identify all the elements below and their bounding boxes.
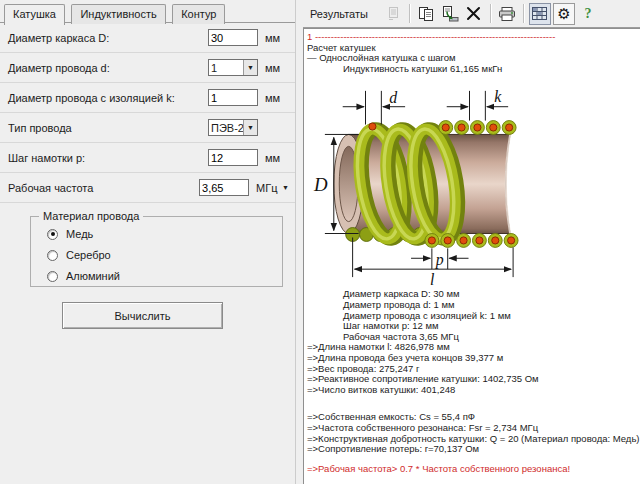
frequency-input[interactable] — [199, 179, 249, 196]
field-row-insulated-diameter: Диаметр провода с изоляцией k: мм — [0, 83, 295, 113]
toolbar-separator — [490, 4, 491, 23]
field-row-frame-diameter: Диаметр каркаса D: мм — [0, 23, 295, 53]
warning-line: =>Рабочая частота> 0.7 * Частота собстве… — [307, 464, 638, 475]
result-line: =>Сопротивление потерь: r=70,137 Ом — [307, 444, 638, 455]
tab-inductance[interactable]: Индуктивность — [71, 4, 165, 24]
parameters-echo-block: Диаметр каркаса D: 30 мм Диаметр провода… — [307, 289, 638, 342]
toolbar-separator — [409, 4, 410, 23]
tab-contour[interactable]: Контур — [172, 4, 225, 24]
winding-pitch-unit: мм — [265, 152, 289, 164]
radio-button-aluminium[interactable] — [47, 271, 58, 282]
help-icon: ? — [584, 6, 591, 22]
settings-gear-icon: ⚙ — [557, 6, 570, 21]
clear-button[interactable] — [463, 3, 485, 25]
radio-button-silver[interactable] — [47, 250, 58, 261]
radio-row-copper[interactable]: Медь — [47, 227, 282, 241]
copy-icon — [418, 6, 434, 22]
results-block-1: =>Длина намотки l: 4826,978 мм =>Длина п… — [307, 342, 638, 395]
insulated-diameter-label: Диаметр провода с изоляцией k: — [8, 92, 208, 104]
paste-button[interactable] — [439, 3, 461, 25]
help-button[interactable]: ? — [577, 3, 599, 25]
winding-pitch-input[interactable] — [208, 149, 258, 166]
result-line: Индуктивность катушки 61,165 мкГн — [343, 64, 638, 75]
radio-label-copper: Медь — [66, 228, 93, 240]
dimension-label-D: D — [313, 174, 328, 195]
calculate-button[interactable]: Вычислить — [62, 302, 223, 329]
winding-pitch-label: Шаг намотки p: — [8, 152, 208, 164]
frame-diameter-label: Диаметр каркаса D: — [8, 32, 208, 44]
print-button[interactable] — [496, 3, 518, 25]
settings-button[interactable]: ⚙ — [553, 3, 575, 25]
frame-diameter-unit: мм — [265, 32, 289, 44]
dimension-label-p: p — [435, 252, 444, 270]
frequency-unit-dropdown-icon[interactable]: ▼ — [282, 184, 289, 191]
results-toolbar: Результаты — [303, 0, 640, 28]
insulated-diameter-unit: мм — [265, 92, 289, 104]
input-panel: Катушка Индуктивность Контур Диаметр кар… — [0, 0, 296, 484]
chevron-down-icon[interactable]: ▼ — [243, 60, 257, 75]
result-line: =>Частота собственного резонанса: Fsr = … — [307, 423, 638, 434]
frequency-unit: МГц — [256, 182, 280, 194]
insulated-diameter-input[interactable] — [208, 89, 258, 106]
results-menu-button[interactable]: Результаты — [310, 8, 368, 20]
material-groupbox: Материал провода Медь Серебро Алюминий — [30, 216, 283, 287]
result-rule-line: 1 --------------------------------------… — [307, 32, 638, 43]
dimension-label-k: k — [494, 88, 502, 105]
toolbar-separator — [523, 4, 524, 23]
copy-button[interactable] — [415, 3, 437, 25]
wire-type-value: ПЭВ-2 — [209, 120, 243, 135]
field-row-wire-diameter: Диаметр провода d: 1 ▼ мм — [0, 53, 295, 83]
wire-type-combo[interactable]: ПЭВ-2 ▼ — [208, 119, 258, 136]
material-group-title: Материал провода — [39, 210, 143, 222]
wire-diameter-value: 1 — [209, 60, 243, 75]
dimension-label-d: d — [389, 89, 397, 106]
field-row-wire-type: Тип провода ПЭВ-2 ▼ — [0, 113, 295, 143]
wire-diameter-label: Диаметр провода d: — [8, 62, 208, 74]
frequency-label: Рабочая частота — [8, 182, 199, 194]
dimension-label-l: l — [430, 271, 435, 287]
results-output[interactable]: 1 --------------------------------------… — [303, 28, 640, 484]
radio-row-silver[interactable]: Серебро — [47, 248, 282, 262]
save-button — [382, 3, 404, 25]
save-icon — [385, 6, 401, 22]
clear-icon — [466, 6, 481, 21]
param-line: Диаметр провода d: 1 мм — [343, 300, 638, 311]
tab-bar: Катушка Индуктивность Контур — [0, 0, 295, 23]
print-icon — [498, 6, 516, 22]
grid-view-toggle[interactable] — [529, 3, 551, 25]
wire-diameter-unit: мм — [265, 62, 289, 74]
wire-diameter-combo[interactable]: 1 ▼ — [208, 59, 258, 76]
radio-label-silver: Серебро — [66, 249, 111, 261]
results-panel: Результаты — [303, 0, 640, 484]
radio-label-aluminium: Алюминий — [66, 270, 120, 282]
coil-diagram: d k D p — [309, 77, 527, 287]
radio-row-aluminium[interactable]: Алюминий — [47, 269, 282, 283]
radio-button-copper[interactable] — [47, 229, 58, 240]
frame-diameter-input[interactable] — [208, 29, 258, 46]
grid-icon — [532, 7, 547, 20]
results-block-2: =>Собственная емкость: Cs = 55,4 пФ =>Ча… — [307, 412, 638, 454]
tab-coil[interactable]: Катушка — [4, 4, 65, 25]
field-row-frequency: Рабочая частота МГц ▼ — [0, 173, 295, 203]
result-line: =>Длина провода без учета концов 39,377 … — [307, 353, 638, 364]
wire-type-label: Тип провода — [8, 122, 208, 134]
chevron-down-icon[interactable]: ▼ — [243, 120, 257, 135]
paste-icon — [441, 6, 459, 22]
result-line: =>Число витков катушки: 401,248 — [307, 385, 638, 396]
field-row-winding-pitch: Шаг намотки p: мм — [0, 143, 295, 173]
